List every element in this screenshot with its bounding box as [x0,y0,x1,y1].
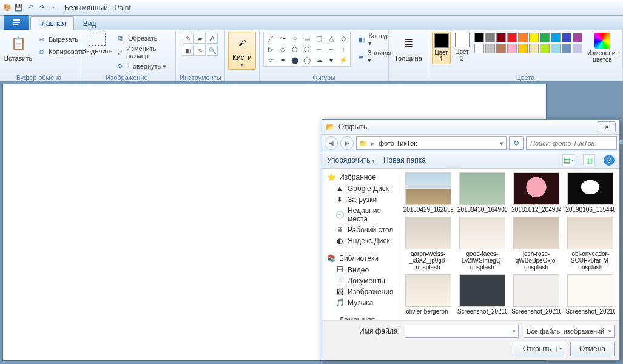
nav-downloads[interactable]: ⬇Загрузки [322,194,399,205]
palette-swatch[interactable] [507,33,517,42]
nav-homegroup[interactable]: 👥Домашняя группа [322,314,399,320]
filter-combo[interactable]: Все файлы изображений▾ [524,325,615,338]
nav-music[interactable]: 🎵Музыка [322,297,399,308]
filename-input[interactable]: ▾ [405,325,519,338]
brushes-button[interactable]: 🖌 Кисти ▾ [228,32,256,70]
palette-swatch[interactable] [518,33,528,42]
palette-swatch[interactable] [529,33,539,42]
palette-swatch[interactable] [540,33,550,42]
tab-view[interactable]: Вид [75,16,104,30]
file-thumb[interactable]: obi-onyeador-SCUPx5far-M-unsplash [565,217,616,271]
back-button[interactable]: ◄ [325,136,338,150]
pencil-tool[interactable]: ✎ [183,33,194,44]
file-thumb[interactable]: olivier-bergeron- [403,274,453,315]
select-label: Выделить [82,47,113,55]
file-thumb[interactable]: aaron-weiss-_x6XZ_jp0g8-unsplash [403,217,453,271]
palette-swatch[interactable] [518,44,528,53]
file-thumb[interactable]: 20180430_164900 [457,172,507,213]
nav-docs[interactable]: 📄Документы [322,275,399,286]
save-icon[interactable]: 💾 [14,3,24,13]
select-button[interactable]: Выделить [82,32,112,56]
size-button[interactable]: ≣ Толщина [392,32,424,63]
select-icon [89,33,106,46]
color2-label: Цвет 2 [454,49,470,62]
search-input[interactable] [529,139,616,147]
edit-colors-button[interactable]: Изменение цветов [586,32,619,64]
rotate-button[interactable]: ⟳Повернуть ▾ [115,61,172,72]
palette-swatch[interactable] [562,44,571,53]
navigation-pane[interactable]: ⭐Избранное ▲Google Диск ⬇Загрузки 🕘Недав… [322,169,399,320]
nav-libraries[interactable]: 📚Библиотеки [322,252,399,265]
fill-tool[interactable]: ▰ [195,33,206,44]
chevron-down-icon[interactable]: ▾ [500,140,503,147]
palette-swatch[interactable] [529,44,539,53]
palette-swatch[interactable] [573,44,582,53]
thumbnail-caption: olivier-bergeron- [406,308,450,315]
nav-favorites[interactable]: ⭐Избранное [322,171,399,183]
view-button[interactable]: ▤▾ [562,154,574,166]
forward-button[interactable]: ► [340,136,354,150]
tab-main[interactable]: Главная [30,16,74,30]
redo-icon[interactable]: ↷ [37,3,47,13]
preview-pane-button[interactable]: ▥ [583,154,595,166]
file-menu-button[interactable] [4,15,29,30]
palette-swatch[interactable] [551,33,561,42]
help-button[interactable]: ? [604,155,615,166]
color1-button[interactable]: Цвет 1 [432,32,451,64]
file-thumb[interactable]: 20180429_162859 [403,172,453,213]
qat-dropdown-icon[interactable]: ▾ [49,3,58,13]
color-palette[interactable] [473,32,584,55]
undo-icon[interactable]: ↶ [25,3,35,13]
crop-button[interactable]: ⧉Обрезать [115,33,172,44]
file-thumb[interactable]: Screenshot_20210 [565,274,616,315]
nav-pictures-label: Изображения [348,288,393,296]
file-thumb[interactable]: Screenshot_20210 [511,274,562,315]
cancel-button[interactable]: Отмена [570,342,615,356]
nav-recent[interactable]: 🕘Недавние места [322,205,399,224]
file-thumb[interactable]: josh-rose-qWBoBpeOxjo-unsplash [511,217,562,271]
color2-button[interactable]: Цвет 2 [453,32,471,63]
nav-video[interactable]: 🎞Видео [322,265,399,275]
zoom-tool[interactable]: 🔍 [207,45,218,56]
palette-swatch[interactable] [496,44,506,53]
close-button[interactable]: ✕ [598,121,616,132]
eraser-tool[interactable]: ◧ [183,45,194,56]
chevron-down-icon[interactable]: ▾ [513,328,516,334]
refresh-button[interactable]: ↻ [509,136,524,150]
palette-swatch[interactable] [485,44,495,53]
file-thumb[interactable]: 20181012_204934 [511,172,562,213]
star-icon: ⭐ [327,173,335,181]
chevron-down-icon[interactable]: ▾ [608,328,611,334]
address-bar[interactable]: 📁 ▸ фото ТикТок ▾ [356,136,507,150]
palette-swatch[interactable] [573,33,582,42]
palette-swatch[interactable] [496,33,506,42]
shapes-gallery[interactable]: ／〜○▭▢△◇ ▷◇⬠⬡→←↑ ☆✦⬤◯☁♥⚡ [263,32,351,67]
palette-swatch[interactable] [540,44,550,53]
palette-swatch[interactable] [507,44,517,53]
palette-swatch[interactable] [551,44,561,53]
file-thumb[interactable]: Screenshot_20210 [457,274,507,315]
resize-button[interactable]: ⤢Изменить размер [115,44,172,60]
nav-desktop[interactable]: 🖥Рабочий стол [322,224,399,235]
brushes-label: Кисти [232,53,252,62]
palette-swatch[interactable] [474,33,484,42]
rotate-icon: ⟳ [116,61,126,71]
file-pane[interactable]: 20180429_16285920180430_16490020181012_2… [399,169,619,320]
palette-swatch[interactable] [485,33,495,42]
search-field[interactable]: 🔍 [526,136,617,150]
chevron-down-icon[interactable]: ▾ [556,346,562,352]
file-thumb[interactable]: 20190106_135448 [565,172,616,213]
text-tool[interactable]: A [207,33,218,44]
picker-tool[interactable]: ✎ [195,45,206,56]
open-button[interactable]: Открыть▾ [514,342,565,356]
nav-gdrive[interactable]: ▲Google Диск [322,183,399,194]
nav-ydisk[interactable]: ◐Яндекс.Диск [322,235,399,246]
new-folder-button[interactable]: Новая папка [383,156,426,164]
palette-swatch[interactable] [474,44,484,53]
svg-rect-1 [13,22,20,23]
palette-swatch[interactable] [562,33,571,42]
file-thumb[interactable]: good-faces-Lv2IWSImegQ-unsplash [457,217,507,271]
nav-pictures[interactable]: 🖼Изображения [322,286,399,297]
paste-button[interactable]: 📋 Вставить [4,32,33,63]
organize-button[interactable]: Упорядочить [327,156,375,164]
